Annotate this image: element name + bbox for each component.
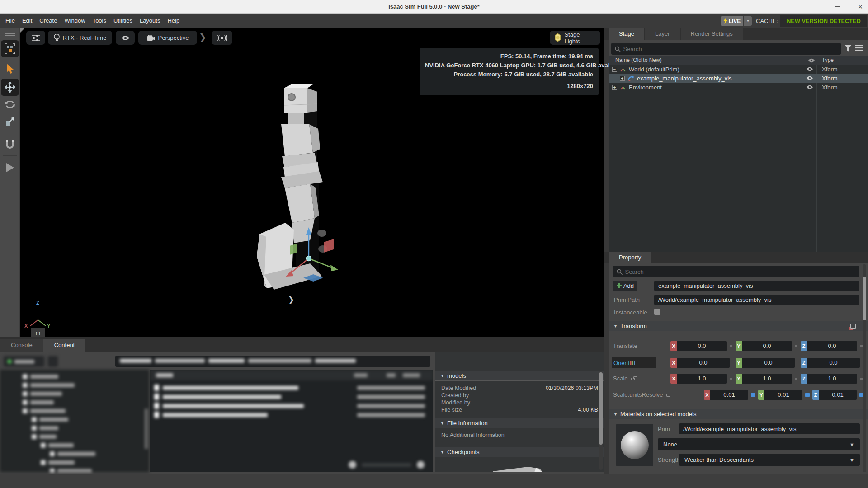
scale-y-field[interactable]: 1.0 [742, 374, 792, 384]
info-scrollbar-thumb[interactable] [599, 372, 603, 445]
version-alert-badge[interactable]: NEW VERSION DETECTED [780, 15, 867, 27]
scale-z-field[interactable]: 1.0 [807, 374, 857, 384]
eye-icon[interactable] [806, 76, 813, 80]
move-tool-button[interactable] [1, 79, 19, 96]
live-dropdown-button[interactable]: ▾ [744, 16, 752, 26]
select-tool-button[interactable] [1, 61, 19, 78]
translate-x-field[interactable]: 0.0 [677, 341, 727, 351]
material-dropdown[interactable]: None ▼ [658, 438, 860, 450]
stage-lights-button[interactable]: Stage Lights [550, 31, 600, 45]
link-icon[interactable] [631, 376, 637, 381]
tab-console[interactable]: Console [0, 339, 43, 352]
expand-icon[interactable]: + [612, 85, 617, 90]
translate-z-field[interactable]: 0.0 [807, 341, 857, 351]
menu-file[interactable]: File [2, 14, 19, 28]
units-resolve-x-field[interactable]: 0.01 [710, 390, 748, 400]
menu-window[interactable]: Window [61, 14, 89, 28]
link-icon[interactable] [666, 393, 673, 397]
collapse-icon[interactable]: − [612, 67, 617, 72]
scale-tool-button[interactable] [1, 113, 19, 130]
checkpoints-section-header[interactable]: ▾ Checkpoints [435, 447, 604, 457]
stage-search-input[interactable] [623, 46, 837, 52]
changed-indicator[interactable] [751, 393, 755, 397]
default-indicator[interactable] [795, 378, 797, 380]
prim-name-field[interactable] [654, 281, 859, 291]
capture-button[interactable] [212, 31, 232, 45]
stage-filter-button[interactable] [844, 45, 852, 54]
instanceable-checkbox[interactable] [654, 309, 660, 315]
menu-edit[interactable]: Edit [19, 14, 36, 28]
units-resolve-y-field[interactable]: 0.01 [764, 390, 802, 400]
close-button[interactable]: × [853, 0, 868, 14]
tab-layer[interactable]: Layer [645, 28, 680, 40]
eye-icon[interactable] [806, 67, 813, 71]
tree-scrollbar-thumb[interactable] [145, 408, 148, 449]
changed-indicator[interactable] [805, 393, 810, 397]
toolbar-overflow-chevron[interactable]: ❯ [199, 32, 207, 42]
stage-row-world[interactable]: − World (defaultPrim) Xform [609, 65, 868, 74]
units-resolve-z-field[interactable]: 0.01 [819, 390, 857, 400]
stage-search-box[interactable] [611, 43, 841, 55]
orient-x-field[interactable]: 0.0 [677, 358, 730, 368]
snap-tool-button[interactable] [1, 136, 19, 153]
minimize-button[interactable] [830, 0, 845, 14]
stage-row-example-manipulator[interactable]: + example_manipulator_assembly_vis Xform [609, 74, 868, 83]
orient-y-field[interactable]: 0.0 [742, 358, 795, 368]
default-indicator[interactable] [795, 345, 797, 347]
property-search-input[interactable] [625, 268, 855, 275]
omniverse-connection-button[interactable] [4, 356, 44, 367]
folder-tree-pane[interactable] [0, 370, 149, 472]
thumbnail-size-slider[interactable] [349, 461, 425, 469]
timeline-expand-chevron[interactable]: ❯ [288, 295, 294, 305]
axis-orientation-widget[interactable]: Z X Y [24, 300, 52, 328]
translate-y-field[interactable]: 0.0 [742, 341, 792, 351]
viewport-settings-button[interactable] [26, 31, 45, 45]
visibility-column-icon[interactable] [808, 58, 815, 63]
models-section-header[interactable]: ▾ models [435, 371, 604, 381]
play-button[interactable] [1, 159, 19, 176]
materials-section-header[interactable]: ▾ Materials on selected models [609, 409, 868, 419]
orient-z-field[interactable]: 0.0 [807, 358, 860, 368]
path-bar[interactable] [115, 356, 430, 367]
menu-tools[interactable]: Tools [89, 14, 110, 28]
strength-dropdown[interactable]: Weaker than Descendants ▼ [679, 454, 860, 466]
camera-selector-button[interactable]: Perspective [138, 31, 197, 45]
prim-path-input[interactable] [654, 296, 859, 303]
menu-layouts[interactable]: Layouts [136, 14, 164, 28]
tab-render-settings[interactable]: Render Settings [681, 28, 743, 40]
transform-section-header[interactable]: ▾ Transform [609, 321, 868, 331]
renderer-selector-button[interactable]: RTX - Real-Time [48, 31, 112, 45]
orient-label-box[interactable]: Orient [612, 357, 656, 368]
stage-row-environment[interactable]: + Environment Xform [609, 83, 868, 92]
info-scrollbar[interactable] [599, 371, 603, 470]
file-list-header[interactable] [150, 370, 433, 380]
eye-icon[interactable] [806, 85, 813, 89]
property-search-box[interactable] [613, 266, 859, 277]
material-prim-input[interactable] [679, 426, 860, 432]
toolbar-grip-icon[interactable] [5, 32, 15, 36]
tab-property[interactable]: Property [609, 252, 651, 263]
prim-path-field[interactable] [654, 295, 859, 305]
tab-stage[interactable]: Stage [609, 28, 644, 40]
viewport-corner-handle[interactable] [20, 28, 25, 33]
expand-icon[interactable]: + [620, 76, 625, 81]
menu-create[interactable]: Create [36, 14, 61, 28]
add-property-button[interactable]: Add [613, 281, 637, 291]
rotate-tool-button[interactable] [1, 96, 19, 113]
path-nav-button[interactable] [48, 356, 58, 367]
stage-options-button[interactable] [855, 45, 863, 53]
default-indicator[interactable] [730, 378, 732, 380]
property-scrollbar[interactable] [863, 264, 866, 472]
file-information-section-header[interactable]: ▾ File Information [435, 418, 604, 428]
tab-content[interactable]: Content [43, 339, 86, 352]
selection-mode-button[interactable] [1, 40, 19, 57]
transform-stack-icon[interactable] [849, 323, 856, 330]
type-column-header[interactable]: Type [822, 57, 834, 63]
live-sync-button[interactable]: LIVE [721, 16, 743, 26]
name-column-header[interactable]: Name (Old to New) [615, 57, 662, 63]
material-preview[interactable] [616, 424, 653, 466]
menu-help[interactable]: Help [164, 14, 183, 28]
visibility-button[interactable] [116, 31, 135, 45]
property-scrollbar-thumb[interactable] [863, 277, 866, 320]
scale-x-field[interactable]: 1.0 [677, 374, 727, 384]
